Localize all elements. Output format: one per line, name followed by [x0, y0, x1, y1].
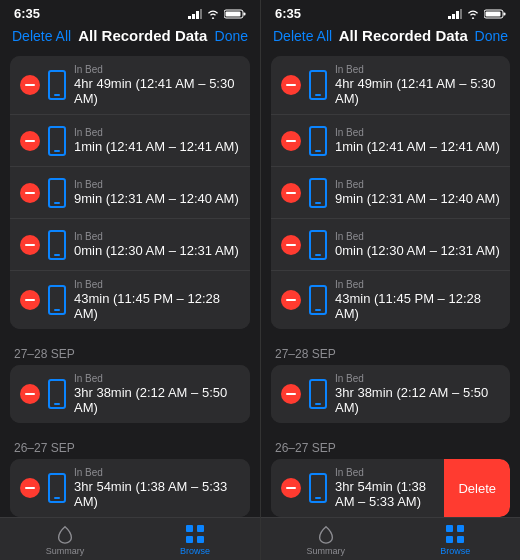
- done-button[interactable]: Done: [475, 28, 508, 44]
- svg-rect-13: [456, 11, 459, 19]
- row-info: In Bed 1min (12:41 AM – 12:41 AM): [74, 127, 240, 154]
- minus-button[interactable]: [20, 183, 40, 203]
- svg-rect-10: [197, 536, 204, 543]
- tab-browse[interactable]: Browse: [391, 524, 521, 556]
- svg-rect-5: [244, 12, 246, 15]
- delete-all-button[interactable]: Delete All: [273, 28, 332, 44]
- phone-icon: [48, 230, 66, 260]
- phone-panel-left: 6:35 Delete All All Recorded Data Done: [0, 0, 260, 560]
- table-row[interactable]: In Bed 9min (12:31 AM – 12:40 AM): [10, 166, 250, 218]
- row-info: In Bed 1min (12:41 AM – 12:41 AM): [335, 127, 500, 154]
- phone-icon: [309, 126, 327, 156]
- delete-button[interactable]: Delete: [444, 459, 510, 517]
- phone-icon: [48, 285, 66, 315]
- row-label: In Bed: [335, 373, 500, 384]
- minus-button[interactable]: [281, 290, 301, 310]
- table-row[interactable]: In Bed 0min (12:30 AM – 12:31 AM): [10, 218, 250, 270]
- row-label: In Bed: [335, 179, 500, 190]
- svg-rect-6: [226, 11, 241, 16]
- row-info: In Bed 0min (12:30 AM – 12:31 AM): [335, 231, 500, 258]
- row-value: 3hr 38min (2:12 AM – 5:50 AM): [335, 385, 500, 415]
- tab-bar: Summary Browse: [0, 517, 260, 560]
- minus-button[interactable]: [281, 183, 301, 203]
- row-value: 9min (12:31 AM – 12:40 AM): [74, 191, 240, 206]
- row-value: 3hr 54min (1:38 AM – 5:33 AM): [335, 479, 440, 509]
- minus-button[interactable]: [281, 75, 301, 95]
- phone-icon: [309, 70, 327, 100]
- minus-button[interactable]: [281, 478, 301, 498]
- table-row[interactable]: In Bed 9min (12:31 AM – 12:40 AM): [271, 166, 510, 218]
- minus-button[interactable]: [20, 384, 40, 404]
- minus-button[interactable]: [281, 131, 301, 151]
- data-rows-group-2: In Bed 3hr 54min (1:38 AM – 5:33 AM): [10, 459, 250, 517]
- svg-rect-16: [504, 12, 506, 15]
- data-rows-group-0: In Bed 4hr 49min (12:41 AM – 5:30 AM) In…: [10, 56, 250, 329]
- row-value: 4hr 49min (12:41 AM – 5:30 AM): [74, 76, 240, 106]
- table-row[interactable]: In Bed 4hr 49min (12:41 AM – 5:30 AM): [10, 56, 250, 114]
- data-rows-group-2: In Bed 3hr 54min (1:38 AM – 5:33 AM) Del…: [271, 459, 510, 517]
- table-row[interactable]: In Bed 1min (12:41 AM – 12:41 AM): [271, 114, 510, 166]
- nav-bar: Delete All All Recorded Data Done: [261, 23, 520, 50]
- minus-button[interactable]: [281, 384, 301, 404]
- scroll-content: In Bed 4hr 49min (12:41 AM – 5:30 AM) In…: [261, 50, 520, 517]
- table-row[interactable]: In Bed 3hr 38min (2:12 AM – 5:50 AM): [10, 365, 250, 423]
- nav-bar: Delete All All Recorded Data Done: [0, 23, 260, 50]
- section-header-1: 27–28 SEP: [261, 337, 520, 365]
- row-info: In Bed 3hr 54min (1:38 AM – 5:33 AM): [74, 467, 240, 509]
- minus-button[interactable]: [281, 235, 301, 255]
- tab-summary[interactable]: Summary: [0, 524, 130, 556]
- section-header-2: 26–27 SEP: [0, 431, 260, 459]
- minus-button[interactable]: [20, 290, 40, 310]
- browse-icon: [445, 524, 465, 544]
- summary-icon: [54, 524, 76, 544]
- table-row[interactable]: In Bed 43min (11:45 PM – 12:28 AM): [10, 270, 250, 329]
- tab-browse[interactable]: Browse: [130, 524, 260, 556]
- battery-icon: [484, 9, 506, 19]
- tab-bar: Summary Browse: [261, 517, 520, 560]
- data-rows-group-1: In Bed 3hr 38min (2:12 AM – 5:50 AM): [10, 365, 250, 423]
- scroll-content: In Bed 4hr 49min (12:41 AM – 5:30 AM) In…: [0, 50, 260, 517]
- svg-rect-11: [448, 16, 451, 19]
- row-info: In Bed 3hr 54min (1:38 AM – 5:33 AM): [335, 467, 440, 509]
- svg-rect-14: [460, 9, 462, 19]
- status-icons: [448, 9, 506, 19]
- phone-icon: [48, 178, 66, 208]
- row-value: 0min (12:30 AM – 12:31 AM): [335, 243, 500, 258]
- table-row[interactable]: In Bed 43min (11:45 PM – 12:28 AM): [271, 270, 510, 329]
- row-label: In Bed: [335, 279, 500, 290]
- table-row[interactable]: In Bed 3hr 38min (2:12 AM – 5:50 AM): [271, 365, 510, 423]
- row-info: In Bed 43min (11:45 PM – 12:28 AM): [74, 279, 240, 321]
- row-value: 3hr 38min (2:12 AM – 5:50 AM): [74, 385, 240, 415]
- browse-icon: [185, 524, 205, 544]
- nav-title: All Recorded Data: [78, 27, 207, 44]
- row-info: In Bed 9min (12:31 AM – 12:40 AM): [335, 179, 500, 206]
- minus-button[interactable]: [20, 75, 40, 95]
- minus-button[interactable]: [20, 235, 40, 255]
- table-row[interactable]: In Bed 4hr 49min (12:41 AM – 5:30 AM): [271, 56, 510, 114]
- tab-label: Summary: [306, 546, 345, 556]
- phone-icon: [48, 126, 66, 156]
- row-info: In Bed 43min (11:45 PM – 12:28 AM): [335, 279, 500, 321]
- phone-icon: [48, 473, 66, 503]
- wifi-icon: [206, 9, 220, 19]
- svg-rect-20: [446, 536, 453, 543]
- data-rows-group-0: In Bed 4hr 49min (12:41 AM – 5:30 AM) In…: [271, 56, 510, 329]
- status-time: 6:35: [14, 6, 40, 21]
- minus-button[interactable]: [20, 478, 40, 498]
- status-bar: 6:35: [0, 0, 260, 23]
- tab-label: Browse: [440, 546, 470, 556]
- minus-button[interactable]: [20, 131, 40, 151]
- row-label: In Bed: [335, 64, 500, 75]
- phone-icon: [309, 473, 327, 503]
- tab-summary[interactable]: Summary: [261, 524, 391, 556]
- table-row[interactable]: In Bed 3hr 54min (1:38 AM – 5:33 AM): [10, 459, 250, 517]
- signal-icon: [188, 9, 202, 19]
- row-info: In Bed 0min (12:30 AM – 12:31 AM): [74, 231, 240, 258]
- done-button[interactable]: Done: [215, 28, 248, 44]
- table-row[interactable]: In Bed 3hr 54min (1:38 AM – 5:33 AM) Del…: [271, 459, 510, 517]
- table-row[interactable]: In Bed 1min (12:41 AM – 12:41 AM): [10, 114, 250, 166]
- svg-rect-0: [188, 16, 191, 19]
- table-row[interactable]: In Bed 0min (12:30 AM – 12:31 AM): [271, 218, 510, 270]
- phone-icon: [309, 285, 327, 315]
- delete-all-button[interactable]: Delete All: [12, 28, 71, 44]
